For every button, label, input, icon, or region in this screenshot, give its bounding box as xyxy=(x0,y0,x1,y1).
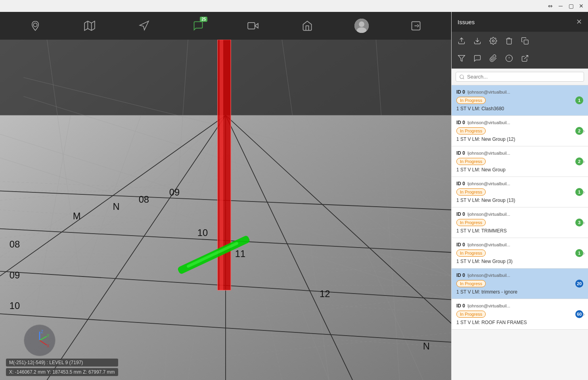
issue-item[interactable]: ID 0 ljohnson@virtualbuil... In Progress… xyxy=(452,177,588,207)
download-button[interactable] xyxy=(471,34,484,48)
issue-id: ID 0 xyxy=(456,89,465,95)
title-bar: ⇔ ─ ▢ ✕ xyxy=(0,0,588,12)
issue-id: ID 0 xyxy=(456,242,465,248)
location-button[interactable] xyxy=(25,16,45,36)
messages-button[interactable]: 25 xyxy=(188,16,208,36)
issue-status-row: In Progress 20 xyxy=(456,280,583,288)
close-button[interactable]: ✕ xyxy=(578,2,585,10)
issue-title: 1 ST V LM: New Group xyxy=(456,167,583,173)
settings-button[interactable] xyxy=(486,34,500,48)
svg-line-82 xyxy=(40,340,47,345)
status-badge: In Progress xyxy=(456,97,486,104)
delete-button[interactable] xyxy=(502,34,516,48)
avatar-button[interactable] xyxy=(352,16,372,36)
issues-header: Issues ✕ xyxy=(452,12,588,32)
svg-text:Z: Z xyxy=(41,330,43,334)
chevron-right-icon: › xyxy=(583,189,585,195)
issues-panel: Issues ✕ xyxy=(451,12,588,380)
issue-status-row: In Progress 3 xyxy=(456,219,583,226)
svg-text:M: M xyxy=(73,211,81,221)
attach-button[interactable] xyxy=(486,52,500,65)
issue-id: ID 0 xyxy=(456,303,465,309)
issue-item[interactable]: ID 0 ljohnson@virtualbuil... In Progress… xyxy=(452,299,588,330)
status-badge: In Progress xyxy=(456,311,486,318)
export-button[interactable] xyxy=(406,16,426,36)
svg-text:10: 10 xyxy=(197,227,208,238)
issue-title: 1 ST V LM: Clash3680 xyxy=(456,106,583,111)
issue-title: 1 ST V LM: New Group (13) xyxy=(456,198,583,203)
issue-item[interactable]: ID 0 ljohnson@virtualbuil... In Progress… xyxy=(452,269,588,299)
issues-close-button[interactable]: ✕ xyxy=(576,17,582,26)
issue-id-user: ID 0 ljohnson@virtualbuil... xyxy=(456,242,510,248)
svg-text:08: 08 xyxy=(139,194,149,205)
svg-marker-88 xyxy=(458,56,465,61)
count-badge: 1 xyxy=(575,188,583,196)
issue-id-user: ID 0 ljohnson@virtualbuil... xyxy=(456,150,510,156)
issue-id: ID 0 xyxy=(456,273,465,278)
issues-toolbar-row1 xyxy=(452,32,588,50)
issues-list: ID 0 ljohnson@virtualbuil... In Progress… xyxy=(452,85,588,380)
status-badge: In Progress xyxy=(456,249,486,257)
svg-text:X: X xyxy=(47,344,50,348)
issue-id-user: ID 0 ljohnson@virtualbuil... xyxy=(456,89,510,95)
3d-viewport[interactable]: M N 08 09 10 11 12 08 09 10 11 N M 12 xyxy=(0,40,451,380)
issue-user: ljohnson@virtualbuil... xyxy=(467,181,510,186)
svg-text:09: 09 xyxy=(10,270,20,280)
issue-user: ljohnson@virtualbuil... xyxy=(467,273,510,278)
chevron-right-icon: › xyxy=(583,250,585,256)
svg-text:10: 10 xyxy=(10,300,20,311)
filter-button[interactable] xyxy=(455,52,468,65)
issue-header: ID 0 ljohnson@virtualbuil... xyxy=(456,242,583,248)
issue-title: 1 ST V LM: ROOF FAN FRAMES xyxy=(456,320,583,325)
issue-item[interactable]: ID 0 ljohnson@virtualbuil... In Progress… xyxy=(452,146,588,177)
issue-header: ID 0 ljohnson@virtualbuil... xyxy=(456,303,583,309)
issue-item[interactable]: ID 0 ljohnson@virtualbuil... In Progress… xyxy=(452,238,588,269)
issue-item[interactable]: ID 0 ljohnson@virtualbuil... In Progress… xyxy=(452,85,588,116)
issue-header: ID 0 ljohnson@virtualbuil... xyxy=(456,273,583,278)
issue-user: ljohnson@virtualbuil... xyxy=(467,120,510,125)
status-bar: M(-251)-12(-549) : LEVEL 9 (7197) X: -14… xyxy=(6,359,118,376)
svg-rect-5 xyxy=(248,23,255,29)
issue-title: 1 ST V LM: New Group (3) xyxy=(456,259,583,264)
issue-item[interactable]: ID 0 ljohnson@virtualbuil... In Progress… xyxy=(452,116,588,146)
issue-status-row: In Progress 2 xyxy=(456,127,583,135)
maximize-button[interactable]: ▢ xyxy=(567,2,575,10)
copy-button[interactable] xyxy=(518,34,532,48)
issue-item[interactable]: ID 0 ljohnson@virtualbuil... In Progress… xyxy=(452,207,588,238)
count-badge: 20 xyxy=(575,280,583,288)
svg-marker-4 xyxy=(140,21,149,30)
home-button[interactable] xyxy=(297,16,317,36)
search-input[interactable] xyxy=(467,74,580,80)
issue-user: ljohnson@virtualbuil... xyxy=(467,212,510,217)
viewport-svg: M N 08 09 10 11 12 08 09 10 11 N M 12 xyxy=(0,40,451,380)
map-button[interactable] xyxy=(80,16,100,36)
svg-text:08: 08 xyxy=(10,239,20,249)
upload-button[interactable] xyxy=(455,34,468,48)
status-badge: In Progress xyxy=(456,158,486,165)
svg-line-94 xyxy=(463,78,464,79)
issue-header: ID 0 ljohnson@virtualbuil... xyxy=(456,120,583,125)
minimize-button[interactable]: ─ xyxy=(557,2,564,10)
info-button[interactable] xyxy=(502,52,516,65)
svg-point-93 xyxy=(460,75,464,78)
status-badge: In Progress xyxy=(456,280,486,287)
issues-search-bar xyxy=(452,69,588,85)
main-content: 25 xyxy=(0,12,588,380)
coordinates-display: M(-251)-12(-549) : LEVEL 9 (7197) xyxy=(6,359,118,367)
issue-title: 1 ST V LM: trimmers - ignore xyxy=(456,289,583,295)
chevron-right-icon: › xyxy=(583,128,585,134)
export2-button[interactable] xyxy=(518,52,532,65)
issue-title: 1 ST V LM: TRIMMERS xyxy=(456,228,583,234)
main-toolbar: 25 xyxy=(0,12,451,40)
search-box[interactable] xyxy=(456,72,584,82)
count-badge: 60 xyxy=(575,310,583,318)
camera-button[interactable] xyxy=(243,16,263,36)
resize-icon[interactable]: ⇔ xyxy=(547,2,554,10)
navigate-button[interactable] xyxy=(134,16,154,36)
chevron-right-icon: › xyxy=(583,219,585,226)
issue-id-user: ID 0 ljohnson@virtualbuil... xyxy=(456,303,510,309)
issue-status-row: In Progress 2 xyxy=(456,157,583,165)
comment-button[interactable] xyxy=(471,52,484,65)
status-badge: In Progress xyxy=(456,127,486,134)
search-icon xyxy=(459,74,465,80)
